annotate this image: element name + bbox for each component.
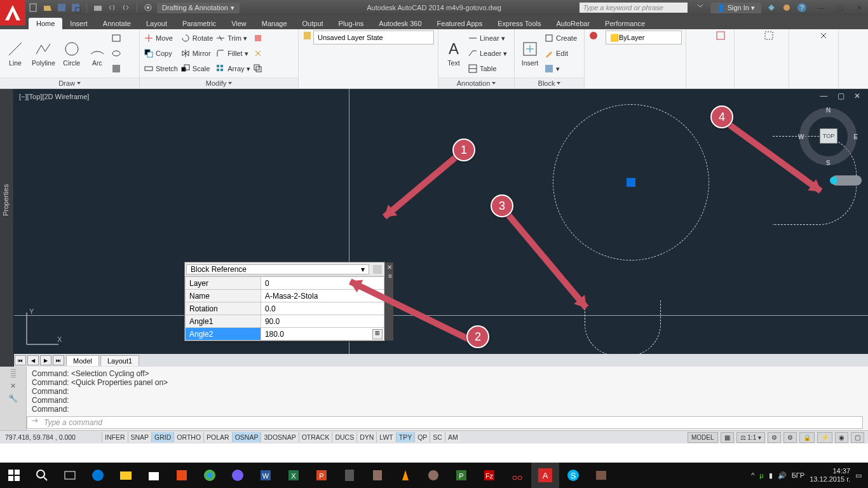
movies-icon[interactable] xyxy=(168,463,196,488)
print-icon[interactable] xyxy=(93,3,103,13)
model-tab[interactable]: Model xyxy=(66,355,99,366)
gear-icon[interactable] xyxy=(143,3,153,13)
tab-home[interactable]: Home xyxy=(29,18,62,29)
scale-button[interactable]: Scale xyxy=(180,62,213,76)
leader-button[interactable]: Leader ▾ xyxy=(468,46,507,60)
toolbar-lock-icon[interactable]: 🔒 xyxy=(799,432,815,443)
chrome-icon[interactable] xyxy=(196,463,224,488)
insert-button[interactable]: Insert xyxy=(519,39,541,68)
open-icon[interactable] xyxy=(43,3,53,13)
edit-button[interactable]: Edit xyxy=(544,46,577,60)
status-toggle-ducs[interactable]: DUCS xyxy=(332,432,356,442)
hardware-accel-icon[interactable]: ⚡ xyxy=(817,432,832,443)
edge-icon[interactable] xyxy=(84,463,112,488)
polyline-button[interactable]: Polyline xyxy=(29,39,58,68)
maximize-button[interactable]: ▢ xyxy=(831,1,849,14)
tab-first-button[interactable]: ⏮ xyxy=(15,355,26,365)
viewport-controls[interactable]: — ▢ ✕ xyxy=(820,92,864,100)
viewport-label[interactable]: [−][Top][2D Wireframe] xyxy=(19,93,89,100)
calculator-icon[interactable] xyxy=(336,463,363,488)
explode-icon[interactable] xyxy=(253,48,263,58)
annotation-scale-button[interactable]: ⚖ 1:1 ▾ xyxy=(736,432,765,443)
status-toggle-qp[interactable]: QP xyxy=(414,432,430,442)
create-button[interactable]: Create xyxy=(544,31,577,45)
quick-properties-panel[interactable]: ✕ ≡ Block Reference▾ Layer0 NameA-Masa-2… xyxy=(184,262,385,341)
ellipse-icon[interactable] xyxy=(111,48,121,58)
close-button[interactable]: ✕ xyxy=(850,1,868,14)
cmd-close-icon[interactable]: ✕ xyxy=(10,382,16,390)
qp-row-rotation[interactable]: Rotation0.0 xyxy=(186,302,384,315)
calculator-icon[interactable]: ⊞ xyxy=(372,329,383,339)
help-icon[interactable]: ? xyxy=(797,3,807,13)
status-toggle-ortho[interactable]: ORTHO xyxy=(173,432,203,442)
tab-parametric[interactable]: Parametric xyxy=(175,18,224,29)
tray-clock[interactable]: 14:37 13.12.2015 г. xyxy=(810,467,850,484)
filezilla-icon[interactable]: Fz xyxy=(475,463,503,488)
undo-icon[interactable] xyxy=(107,3,117,13)
excel-icon[interactable]: X xyxy=(280,463,308,488)
search-button[interactable] xyxy=(28,463,56,488)
fillet-button[interactable]: Fillet ▾ xyxy=(215,46,250,60)
layout1-tab[interactable]: Layout1 xyxy=(100,355,139,366)
offset-icon[interactable] xyxy=(253,64,263,74)
status-toggle-snap[interactable]: SNAP xyxy=(128,432,152,442)
autocad-taskbar-icon[interactable]: A xyxy=(531,463,559,488)
tab-output[interactable]: Output xyxy=(295,18,331,29)
viewcube[interactable]: NSEW TOP xyxy=(799,108,857,165)
tab-autodesk360[interactable]: Autodesk 360 xyxy=(371,18,429,29)
explorer-icon[interactable] xyxy=(112,463,140,488)
panel-draw[interactable]: Draw xyxy=(0,78,139,88)
cmd-grip-icon[interactable] xyxy=(11,369,16,378)
erase-icon[interactable] xyxy=(253,33,263,43)
project-icon[interactable]: P xyxy=(447,463,475,488)
saveas-icon[interactable] xyxy=(71,3,81,13)
coordinates-display[interactable]: 797.418, 59.784 , 0.000 xyxy=(0,433,102,441)
drawing-area[interactable]: Properties [−][Top][2D Wireframe] — ▢ ✕ … xyxy=(0,89,868,367)
new-icon[interactable] xyxy=(29,3,39,13)
snipping-icon[interactable] xyxy=(503,463,531,488)
grid-display-icon[interactable]: ▦ xyxy=(721,432,734,443)
status-toggle-grid[interactable]: GRID xyxy=(151,432,173,442)
tab-featuredapps[interactable]: Featured Apps xyxy=(430,18,491,29)
panel-annotation[interactable]: Annotation xyxy=(438,78,514,88)
status-toggle-polar[interactable]: POLAR xyxy=(203,432,232,442)
array-button[interactable]: Array ▾ xyxy=(215,62,250,76)
qp-row-angle2[interactable]: Angle2180.0⊞ xyxy=(186,328,384,341)
command-input[interactable]: Type a command xyxy=(27,416,863,429)
qp-options-icon[interactable]: ≡ xyxy=(388,273,392,280)
cmd-wrench-icon[interactable]: 🔧 xyxy=(8,394,18,403)
paint-icon[interactable] xyxy=(419,463,447,488)
status-toggle-am[interactable]: AM xyxy=(445,432,461,442)
taskview-button[interactable] xyxy=(56,463,84,488)
tab-annotate[interactable]: Annotate xyxy=(95,18,139,29)
trim-button[interactable]: Trim ▾ xyxy=(215,31,250,45)
qp-type-dropdown[interactable]: Block Reference▾ xyxy=(186,264,369,274)
tab-performance[interactable]: Performance xyxy=(597,18,653,29)
tab-expresstools[interactable]: Express Tools xyxy=(490,18,548,29)
rectangle-icon[interactable] xyxy=(111,33,121,43)
signin-button[interactable]: 👤 Sign In ▾ xyxy=(710,3,761,13)
powerpoint-icon[interactable]: P xyxy=(308,463,336,488)
workspace-switch-icon[interactable]: ⚙ xyxy=(783,432,797,443)
move-button[interactable]: Move xyxy=(144,31,178,45)
status-toggle-tpy[interactable]: TPY xyxy=(396,432,414,442)
vlc-icon[interactable] xyxy=(391,463,419,488)
nav-grip[interactable] xyxy=(830,177,837,184)
start-button[interactable] xyxy=(0,463,28,488)
tab-view[interactable]: View xyxy=(224,18,254,29)
skype-icon[interactable]: S xyxy=(559,463,587,488)
tab-next-button[interactable]: ▶ xyxy=(40,355,51,365)
tray-language[interactable]: БГР xyxy=(792,471,805,479)
infocenter-icon[interactable] xyxy=(695,3,705,13)
copy-button[interactable]: Copy xyxy=(144,46,178,60)
minimize-button[interactable]: — xyxy=(812,1,830,14)
viber-icon[interactable] xyxy=(224,463,252,488)
tab-insert[interactable]: Insert xyxy=(62,18,95,29)
tab-prev-button[interactable]: ◀ xyxy=(27,355,39,365)
linear-button[interactable]: Linear ▾ xyxy=(468,31,507,45)
status-toggle-dyn[interactable]: DYN xyxy=(356,432,376,442)
clean-screen-icon[interactable]: ▢ xyxy=(851,432,864,443)
text-button[interactable]: AText xyxy=(442,39,465,68)
reader-icon[interactable] xyxy=(363,463,391,488)
save-icon[interactable] xyxy=(57,3,67,13)
